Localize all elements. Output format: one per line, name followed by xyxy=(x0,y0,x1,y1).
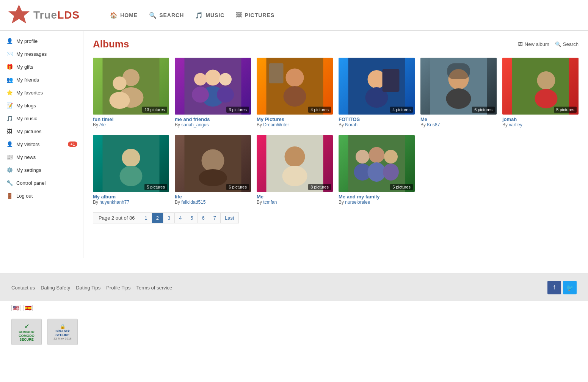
sidebar-item-my-profile[interactable]: 👤 My profile xyxy=(0,35,83,47)
album-card-me2[interactable]: 8 pictures Me By tcmfan xyxy=(257,135,333,205)
album-card-me[interactable]: 6 pictures Me By Kris87 xyxy=(420,58,497,127)
album-author-me-friends[interactable]: sariah_angus xyxy=(181,122,209,127)
gifts-icon: 🎁 xyxy=(6,63,13,71)
page-btn-6[interactable]: 6 xyxy=(198,212,209,223)
album-card-me-family[interactable]: 5 pictures Me and my family By nurselora… xyxy=(339,135,415,205)
svg-point-12 xyxy=(192,87,209,103)
album-count-jomah: 5 pictures xyxy=(554,107,577,113)
by-label9: By xyxy=(257,200,262,205)
svg-point-44 xyxy=(384,150,398,163)
album-count-fotitos: 4 pictures xyxy=(390,107,413,113)
album-card-my-pictures[interactable]: 4 pictures My Pictures By DreamWriter xyxy=(257,58,333,127)
logo[interactable]: TrueLDS xyxy=(8,4,80,27)
page-btn-2[interactable]: 2 xyxy=(152,212,163,223)
album-card-fotitos[interactable]: 4 pictures FOTITOS By Norah xyxy=(339,58,415,127)
search-icon: 🔍 xyxy=(149,12,157,19)
sidebar-item-my-gifts[interactable]: 🎁 My gifts xyxy=(0,60,83,73)
album-by-me-family: By nurseloralee xyxy=(339,200,415,205)
album-author-fun-time[interactable]: Ale xyxy=(99,122,106,127)
page-btn-5[interactable]: 5 xyxy=(186,212,198,223)
footer-link-terms[interactable]: Terms of service xyxy=(136,285,172,291)
album-card-life[interactable]: 6 pictures life By felicidad515 xyxy=(175,135,251,205)
album-author-me[interactable]: Kris87 xyxy=(427,122,440,127)
album-card-me-and-friends[interactable]: 3 pictures me and friends By sariah_angu… xyxy=(175,58,251,127)
album-author-life[interactable]: felicidad515 xyxy=(181,200,205,205)
nav-pictures-label: PICTURES xyxy=(245,12,274,18)
sidebar-item-my-news[interactable]: 📰 My news xyxy=(0,151,83,163)
sidebar-item-my-settings[interactable]: ⚙️ My settings xyxy=(0,163,83,176)
album-author-my-pictures[interactable]: DreamWriter xyxy=(263,122,289,127)
svg-point-9 xyxy=(219,73,232,86)
logo-lds: LDS xyxy=(57,9,80,21)
nav-pictures[interactable]: 🖼 PICTURES xyxy=(236,12,274,19)
album-author-me-family[interactable]: nurseloralee xyxy=(345,200,370,205)
sidebar-item-my-visitors[interactable]: 👤 My visitors +1 xyxy=(0,138,83,151)
footer-link-dating-tips[interactable]: Dating Tips xyxy=(76,285,100,291)
badges-section: ✓ COMODO COMODO SECURE 🔒 SiteLock SECURE… xyxy=(0,315,588,353)
album-by-fun-time: By Ale xyxy=(93,122,169,127)
sidebar-item-control-panel[interactable]: 🔧 Control panel xyxy=(0,176,83,189)
search-button[interactable]: 🔍 Search xyxy=(555,41,579,47)
page-btn-7[interactable]: 7 xyxy=(209,212,221,223)
thumb-image6 xyxy=(502,58,579,115)
album-author-fotitos[interactable]: Norah xyxy=(345,122,358,127)
sidebar-item-my-favorites[interactable]: ⭐ My favorites xyxy=(0,86,83,99)
by-label8: By xyxy=(175,200,180,205)
new-album-button[interactable]: 🖼 New album xyxy=(518,41,549,47)
svg-rect-28 xyxy=(512,58,569,115)
album-card-jomah[interactable]: 5 pictures jomah By varfley xyxy=(502,58,579,127)
sidebar-item-my-blogs[interactable]: 📝 My blogs xyxy=(0,99,83,112)
footer-link-profile-tips[interactable]: Profile Tips xyxy=(106,285,130,291)
page-btn-3[interactable]: 3 xyxy=(163,212,175,223)
album-title-my-pictures: My Pictures xyxy=(257,116,333,122)
svg-point-31 xyxy=(120,166,143,186)
sidebar-item-my-music[interactable]: 🎵 My music xyxy=(0,112,83,125)
flag-es[interactable]: 🇪🇸 xyxy=(24,305,33,311)
page-btn-4[interactable]: 4 xyxy=(175,212,186,223)
flag-us[interactable]: 🇺🇸 xyxy=(11,305,20,311)
album-by-fotitos: By Norah xyxy=(339,122,415,127)
album-by-life: By felicidad515 xyxy=(175,200,251,205)
sidebar-label-my-visitors: My visitors xyxy=(16,141,39,147)
page-info: Page 2 out of 86 xyxy=(93,212,140,223)
sidebar-label-log-out: Log out xyxy=(16,193,33,199)
album-card-fun-time[interactable]: 13 pictures fun time! By Ale xyxy=(93,58,169,127)
album-author-jomah[interactable]: varfley xyxy=(509,122,522,127)
thumb-image4 xyxy=(339,58,415,115)
thumb-image7 xyxy=(93,135,169,192)
content-area: Albums 🖼 New album 🔍 Search xyxy=(83,31,588,258)
thumb-image5 xyxy=(420,58,497,115)
by-label: By xyxy=(93,122,98,127)
nav-search-label: SEARCH xyxy=(159,12,184,18)
album-thumb-me: 6 pictures xyxy=(420,58,497,115)
sidebar-label-my-pictures: My pictures xyxy=(16,129,41,134)
pagination: Page 2 out of 86 1 2 3 4 5 6 7 Last xyxy=(93,212,579,223)
album-card-my-album[interactable]: 5 pictures My album By huyenkhanh77 xyxy=(93,135,169,205)
nav-music[interactable]: 🎵 MUSIC xyxy=(195,12,224,19)
by-label3: By xyxy=(257,122,262,127)
nav-home[interactable]: 🏠 HOME xyxy=(110,12,138,19)
album-author-my-album[interactable]: huyenkhanh77 xyxy=(99,200,129,205)
footer-link-dating-safety[interactable]: Dating Safety xyxy=(41,285,70,291)
sidebar: 👤 My profile ✉️ My messages 🎁 My gifts 👥… xyxy=(0,31,83,258)
facebook-button[interactable]: f xyxy=(547,281,561,294)
album-by-me2: By tcmfan xyxy=(257,200,333,205)
twitter-button[interactable]: 🐦 xyxy=(563,281,577,294)
album-author-me2[interactable]: tcmfan xyxy=(263,200,277,205)
sitelock-badge: 🔒 SiteLock SECURE 22-May-2016 xyxy=(47,319,78,345)
sidebar-item-my-messages[interactable]: ✉️ My messages xyxy=(0,47,83,60)
page-btn-1[interactable]: 1 xyxy=(140,212,152,223)
sidebar-item-my-pictures[interactable]: 🖼 My pictures xyxy=(0,125,83,138)
new-album-icon: 🖼 xyxy=(518,41,523,47)
svg-rect-16 xyxy=(269,63,284,83)
settings-icon: ⚙️ xyxy=(6,166,13,174)
sidebar-item-log-out[interactable]: 🚪 Log out xyxy=(0,189,83,202)
page-btn-last[interactable]: Last xyxy=(221,212,239,223)
album-thumb-me-family: 5 pictures xyxy=(339,135,415,192)
pictures-sidebar-icon: 🖼 xyxy=(6,127,13,135)
sidebar-item-my-friends[interactable]: 👥 My friends xyxy=(0,73,83,86)
footer-link-contact[interactable]: Contact us xyxy=(11,285,35,291)
svg-point-34 xyxy=(199,169,227,186)
nav-search[interactable]: 🔍 SEARCH xyxy=(149,12,184,19)
album-thumb-my-pictures: 4 pictures xyxy=(257,58,333,115)
